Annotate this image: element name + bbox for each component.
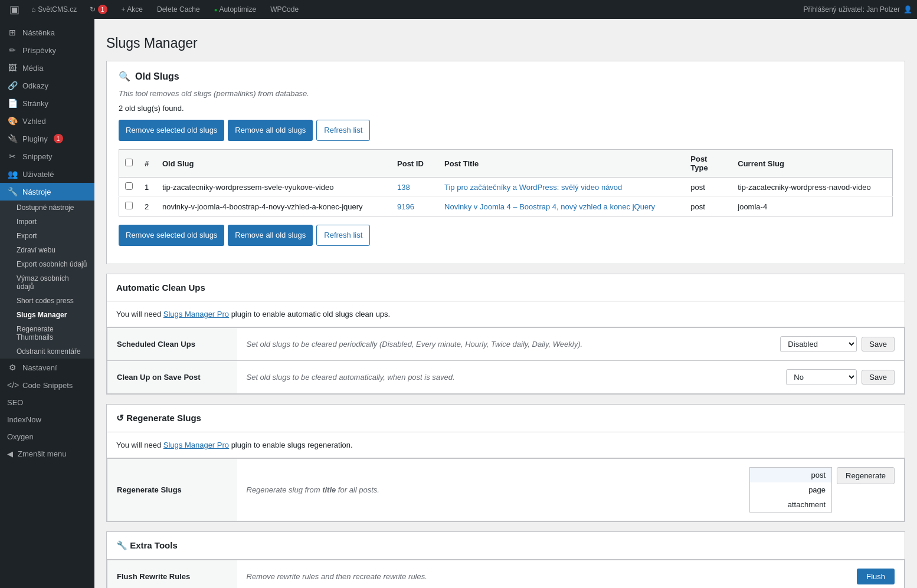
sidebar-item-users[interactable]: 👥 Uživatelé: [0, 165, 94, 183]
sidebar-item-dashboard[interactable]: ⊞ Nástěnka: [0, 24, 94, 41]
tools-icon: 🔧: [7, 187, 18, 196]
search-icon: 🔍: [119, 71, 130, 82]
page-title: Slugs Manager: [106, 31, 905, 51]
remove-all-top-button[interactable]: Remove all old slugs: [228, 120, 313, 141]
row-current-slug-1: joomla-4: [732, 197, 892, 216]
adminbar-new[interactable]: + Akce: [116, 5, 149, 14]
col-header-post-id: Post ID: [391, 150, 438, 178]
col-header-cb: [119, 150, 139, 178]
sidebar-item-zmensit[interactable]: ◀ Zmenšit menu: [0, 445, 94, 462]
sidebar-item-nastaveni[interactable]: ⚙ Nastavení: [0, 359, 94, 376]
cleanup-save-button[interactable]: Save: [862, 370, 895, 385]
links-icon: 🔗: [7, 81, 18, 90]
sidebar-label-tools: Nástroje: [22, 188, 51, 196]
scheduled-label: Scheduled Clean Ups: [107, 328, 237, 361]
scheduled-select[interactable]: Disabled Every minute Hourly Twice daily…: [780, 336, 857, 352]
wp-wrap: ⊞ Nástěnka ✏ Příspěvky 🖼 Média 🔗 Odkazy …: [0, 19, 917, 588]
sidebar-item-appearance[interactable]: 🎨 Vzhled: [0, 112, 94, 130]
submenu-zdravi[interactable]: Zdraví webu: [0, 243, 94, 257]
site-name[interactable]: ⌂ SvětCMS.cz: [27, 5, 81, 14]
cleanup-label: Clean Up on Save Post: [107, 361, 237, 394]
table-row: 1 tip-zacatecniky-wordpressem-svele-vyuk…: [119, 178, 893, 197]
adminbar-autoptimize[interactable]: ● Autoptimize: [208, 5, 262, 14]
old-slugs-table: # Old Slug Post ID Post Title Post Type …: [119, 149, 893, 216]
submenu-import[interactable]: Import: [0, 215, 94, 229]
regenerate-dropdown[interactable]: post page attachment: [749, 467, 832, 513]
row-post-type-1: post: [685, 197, 732, 216]
admin-sidebar: ⊞ Nástěnka ✏ Příspěvky 🖼 Média 🔗 Odkazy …: [0, 19, 94, 588]
regenerate-label: Regenerate Slugs: [107, 459, 237, 521]
row-current-slug-0: tip-zacatecniky-wordpress-navod-video: [732, 178, 892, 197]
adminbar-wpcode[interactable]: WPCode: [264, 5, 304, 14]
sidebar-item-pages[interactable]: 📄 Stránky: [0, 94, 94, 112]
sidebar-item-code-snippets[interactable]: </> Code Snippets: [0, 376, 94, 394]
submenu-shortcodes[interactable]: Short codes press: [0, 294, 94, 308]
submenu-dostupne[interactable]: Dostupné nástroje: [0, 201, 94, 215]
col-header-post-type: Post Type: [685, 150, 732, 178]
remove-selected-bottom-button[interactable]: Remove selected old slugs: [119, 225, 224, 246]
post-id-link-0[interactable]: 138: [397, 183, 410, 192]
top-button-row: Remove selected old slugs Remove all old…: [119, 120, 893, 141]
sidebar-label-appearance: Vzhled: [22, 117, 46, 126]
row-post-id-0: 138: [391, 178, 438, 197]
sidebar-label-dashboard: Nástěnka: [22, 28, 55, 37]
regenerate-desc: Regenerate slug from title for all posts…: [237, 459, 741, 521]
submenu-slugs-manager[interactable]: Slugs Manager: [0, 308, 94, 322]
adminbar-delete-cache[interactable]: Delete Cache: [151, 5, 206, 14]
extra-tools-table: Flush Rewrite Rules Remove rewrite rules…: [107, 560, 905, 588]
sidebar-label-media: Média: [22, 64, 43, 73]
sidebar-item-seo[interactable]: SEO: [0, 394, 94, 411]
post-title-link-1[interactable]: Novinky v Joomla 4 – Boostrap 4, nový vz…: [444, 202, 655, 211]
code-icon: </>: [7, 380, 18, 390]
dropdown-option-page[interactable]: page: [750, 482, 831, 497]
remove-selected-top-button[interactable]: Remove selected old slugs: [119, 120, 224, 141]
row-checkbox-1[interactable]: [125, 202, 133, 209]
submenu-regenerate-thumbnails[interactable]: Regenerate Thumbnails: [0, 322, 94, 344]
automatic-cleanups-heading: Automatic Clean Ups: [107, 274, 905, 301]
regenerate-slugs-heading: ↺ Regenerate Slugs: [107, 405, 905, 432]
submenu-export[interactable]: Export: [0, 229, 94, 243]
extra-tools-heading: 🔧 Extra Tools: [107, 532, 905, 560]
adminbar-update[interactable]: ↻ 1: [84, 5, 113, 14]
refresh-list-bottom-button[interactable]: Refresh list: [316, 225, 370, 246]
cleanup-select[interactable]: No Yes: [786, 369, 857, 385]
table-row: 2 novinky-v-joomla-4-boostrap-4-novy-vzh…: [119, 197, 893, 216]
user-avatar-icon[interactable]: 👤: [903, 5, 912, 14]
cleanup-control: No Yes Save: [771, 361, 904, 394]
sidebar-label-pages: Stránky: [22, 99, 48, 108]
regenerate-button[interactable]: Regenerate: [837, 467, 895, 484]
adminbar-user: Přihlášený uživatel: Jan Polzer: [804, 5, 900, 14]
sidebar-item-tools[interactable]: 🔧 Nástroje: [0, 183, 94, 201]
remove-all-bottom-button[interactable]: Remove all old slugs: [228, 225, 313, 246]
submenu-vymaz[interactable]: Výmaz osobních údajů: [0, 271, 94, 294]
sidebar-item-snippets[interactable]: ✂ Snippety: [0, 147, 94, 165]
submenu-odstranit[interactable]: Odstranit komentáře: [0, 344, 94, 359]
nastaveni-icon: ⚙: [7, 363, 18, 372]
sidebar-label-snippets: Snippety: [22, 152, 53, 161]
refresh-list-top-button[interactable]: Refresh list: [316, 120, 370, 141]
sidebar-item-media[interactable]: 🖼 Média: [0, 59, 94, 77]
col-header-num: #: [139, 150, 156, 178]
select-all-checkbox[interactable]: [125, 159, 133, 166]
sidebar-item-oxygen[interactable]: Oxygen: [0, 428, 94, 445]
post-id-link-1[interactable]: 9196: [397, 202, 414, 211]
slugs-manager-pro-link-2[interactable]: Slugs Manager Pro: [163, 441, 229, 449]
col-header-old-slug: Old Slug: [156, 150, 391, 178]
sidebar-item-indexnow[interactable]: IndexNow: [0, 411, 94, 428]
sidebar-item-plugins[interactable]: 🔌 Pluginy 1: [0, 130, 94, 147]
flush-control: Flush: [787, 560, 905, 589]
flush-button[interactable]: Flush: [857, 569, 895, 584]
sidebar-item-posts[interactable]: ✏ Příspěvky: [0, 41, 94, 59]
sidebar-item-links[interactable]: 🔗 Odkazy: [0, 77, 94, 94]
post-title-link-0[interactable]: Tip pro začátečníky a WordPress: svělý v…: [444, 183, 622, 192]
scheduled-save-button[interactable]: Save: [862, 337, 895, 352]
row-checkbox-0[interactable]: [125, 182, 133, 190]
submenu-export-personal[interactable]: Export osobních údajů: [0, 257, 94, 271]
regenerate-pro-notice: You will need Slugs Manager Pro plugin t…: [107, 432, 905, 458]
media-icon: 🖼: [7, 63, 18, 73]
slugs-manager-pro-link-1[interactable]: Slugs Manager Pro: [163, 310, 229, 318]
dropdown-option-attachment[interactable]: attachment: [750, 497, 831, 512]
dropdown-option-post[interactable]: post: [750, 468, 831, 482]
row-post-title-1: Novinky v Joomla 4 – Boostrap 4, nový vz…: [438, 197, 685, 216]
wp-logo-icon: ▣: [5, 3, 24, 16]
